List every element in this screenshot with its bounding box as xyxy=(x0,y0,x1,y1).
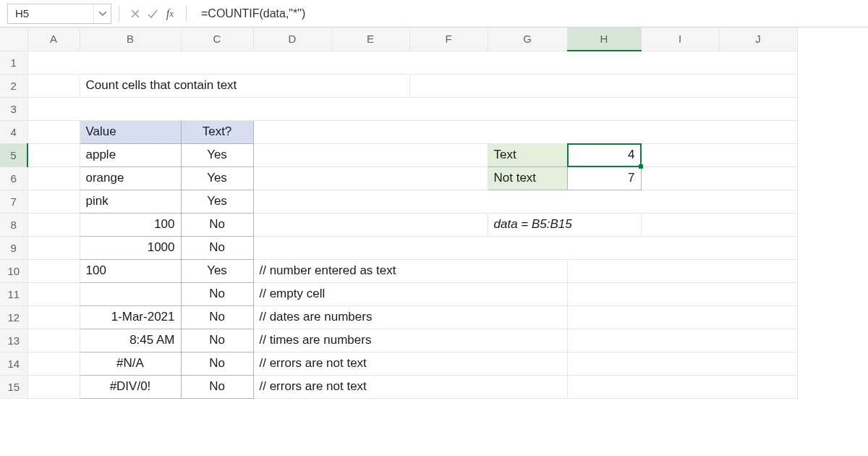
cell[interactable] xyxy=(27,97,797,120)
col-header[interactable]: J xyxy=(719,28,797,51)
table-row-value[interactable]: 100 xyxy=(80,259,181,282)
cell[interactable] xyxy=(27,236,80,259)
row-header[interactable]: 2 xyxy=(0,74,27,97)
cell[interactable] xyxy=(567,329,797,352)
summary-nottext-label[interactable]: Not text xyxy=(488,166,567,190)
cell[interactable] xyxy=(567,375,797,398)
row-header[interactable]: 7 xyxy=(0,190,27,213)
summary-text-label[interactable]: Text xyxy=(488,143,567,166)
fx-icon[interactable]: fx xyxy=(161,5,179,22)
table-row-text[interactable]: No xyxy=(181,329,253,352)
cancel-icon[interactable] xyxy=(127,5,144,22)
table-row-value[interactable]: 1000 xyxy=(80,236,181,259)
cell[interactable] xyxy=(27,166,80,190)
name-box-dropdown[interactable] xyxy=(93,4,111,23)
cell[interactable] xyxy=(567,259,797,282)
table-row-text[interactable]: No xyxy=(181,352,253,375)
range-note[interactable]: data = B5:B15 xyxy=(488,213,641,236)
cell[interactable] xyxy=(253,166,488,190)
cell[interactable] xyxy=(641,166,797,190)
table-row-value[interactable]: orange xyxy=(80,166,181,190)
select-all-corner[interactable] xyxy=(0,28,27,51)
table-row-value[interactable]: 8:45 AM xyxy=(80,329,181,352)
row-header[interactable]: 1 xyxy=(0,51,27,74)
summary-nottext-count[interactable]: 7 xyxy=(567,166,641,190)
row-header[interactable]: 13 xyxy=(0,329,27,352)
note[interactable]: // dates are numbers xyxy=(253,305,567,329)
row-header[interactable]: 5 xyxy=(0,143,27,166)
row-header[interactable]: 6 xyxy=(0,166,27,190)
cell[interactable] xyxy=(27,190,80,213)
summary-text-count[interactable]: 4 xyxy=(567,143,641,166)
table-row-text[interactable]: Yes xyxy=(181,166,253,190)
cell[interactable] xyxy=(27,282,80,305)
page-title[interactable]: Count cells that contain text xyxy=(80,74,409,97)
row-header[interactable]: 9 xyxy=(0,236,27,259)
table-row-value[interactable]: #DIV/0! xyxy=(80,375,181,398)
note[interactable]: // errors are not text xyxy=(253,375,567,398)
cell[interactable] xyxy=(27,352,80,375)
table-row-text[interactable]: Yes xyxy=(181,259,253,282)
table-row-value[interactable] xyxy=(80,282,181,305)
formula-input[interactable]: =COUNTIF(data,"*") xyxy=(194,7,864,20)
row-header[interactable]: 4 xyxy=(0,120,27,143)
cell[interactable] xyxy=(27,259,80,282)
cell[interactable] xyxy=(253,190,797,213)
row-header[interactable]: 3 xyxy=(0,97,27,120)
table-row-text[interactable]: No xyxy=(181,282,253,305)
col-header[interactable]: B xyxy=(80,28,181,51)
row-header[interactable]: 8 xyxy=(0,213,27,236)
spreadsheet-grid[interactable]: A B C D E F G H I J 1 2 Count cells that… xyxy=(0,28,798,399)
note[interactable]: // errors are not text xyxy=(253,352,567,375)
cell[interactable] xyxy=(27,143,80,166)
note[interactable]: // times are numbers xyxy=(253,329,567,352)
col-header[interactable]: F xyxy=(409,28,488,51)
cell[interactable] xyxy=(641,143,797,166)
cell[interactable] xyxy=(27,51,797,74)
cell[interactable] xyxy=(27,213,80,236)
cell[interactable] xyxy=(27,329,80,352)
cell[interactable] xyxy=(253,213,488,236)
col-header[interactable]: H xyxy=(567,28,641,51)
col-header[interactable]: I xyxy=(641,28,719,51)
table-row-value[interactable]: pink xyxy=(80,190,181,213)
row-header[interactable]: 11 xyxy=(0,282,27,305)
note[interactable]: // empty cell xyxy=(253,282,567,305)
cell[interactable] xyxy=(409,74,797,97)
cell[interactable] xyxy=(567,282,797,305)
table-row-text[interactable]: Yes xyxy=(181,143,253,166)
cell[interactable] xyxy=(27,120,80,143)
enter-icon[interactable] xyxy=(144,5,161,22)
col-header[interactable]: G xyxy=(488,28,567,51)
cell[interactable] xyxy=(641,213,797,236)
table-header-value[interactable]: Value xyxy=(80,120,181,143)
table-row-value[interactable]: #N/A xyxy=(80,352,181,375)
row-header[interactable]: 10 xyxy=(0,259,27,282)
note[interactable]: // number entered as text xyxy=(253,259,567,282)
table-row-value[interactable]: apple xyxy=(80,143,181,166)
table-row-text[interactable]: No xyxy=(181,213,253,236)
col-header[interactable]: A xyxy=(27,28,80,51)
cell[interactable] xyxy=(27,305,80,329)
table-row-value[interactable]: 100 xyxy=(80,213,181,236)
table-row-text[interactable]: No xyxy=(181,375,253,398)
row-header[interactable]: 15 xyxy=(0,375,27,398)
name-box[interactable]: H5 xyxy=(7,4,111,24)
cell[interactable] xyxy=(253,120,797,143)
col-header[interactable]: E xyxy=(331,28,409,51)
row-header[interactable]: 14 xyxy=(0,352,27,375)
table-header-text[interactable]: Text? xyxy=(181,120,253,143)
col-header[interactable]: C xyxy=(181,28,253,51)
table-row-text[interactable]: No xyxy=(181,236,253,259)
cell[interactable] xyxy=(567,305,797,329)
cell[interactable] xyxy=(27,74,80,97)
cell[interactable] xyxy=(253,236,797,259)
row-header[interactable]: 12 xyxy=(0,305,27,329)
table-row-value[interactable]: 1-Mar-2021 xyxy=(80,305,181,329)
name-box-text[interactable]: H5 xyxy=(8,7,93,20)
cell[interactable] xyxy=(253,143,488,166)
table-row-text[interactable]: Yes xyxy=(181,190,253,213)
col-header[interactable]: D xyxy=(253,28,331,51)
cell[interactable] xyxy=(27,375,80,398)
cell[interactable] xyxy=(567,352,797,375)
